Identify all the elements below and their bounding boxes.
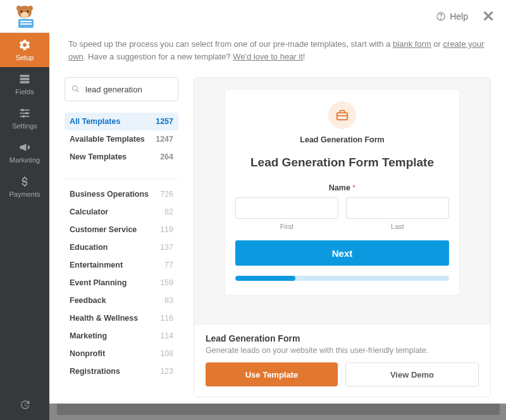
filter-row[interactable]: All Templates1257 [65, 113, 178, 130]
nav-fields[interactable]: Fields [0, 67, 49, 101]
category-count: 83 [164, 296, 173, 305]
help-link[interactable]: Help [436, 11, 468, 22]
nav-setup[interactable]: Setup [0, 33, 49, 67]
category-count: 77 [164, 261, 173, 269]
svg-rect-8 [20, 23, 32, 25]
category-row[interactable]: Calculator82 [65, 203, 178, 221]
preview-title: Lead Generation Form Template [235, 156, 449, 170]
filter-count: 1257 [156, 117, 173, 126]
nav-label: Fields [15, 88, 34, 96]
nav-payments[interactable]: Payments [0, 170, 49, 204]
category-label: Event Planning [70, 278, 126, 287]
preview-canvas: Lead Generation Form Lead Generation For… [194, 78, 490, 324]
svg-rect-9 [20, 75, 30, 77]
progress-fill [235, 276, 295, 281]
nav-label: Marketing [9, 156, 40, 164]
svg-rect-11 [20, 81, 30, 83]
svg-point-2 [28, 6, 33, 11]
action-bar: Lead Generation Form Generate leads on y… [194, 324, 490, 397]
category-row[interactable]: Customer Service119 [65, 221, 178, 238]
category-row[interactable]: Feedback83 [65, 292, 178, 309]
close-button[interactable]: ✕ [482, 9, 495, 24]
action-title: Lead Generation Form [206, 333, 479, 343]
category-label: Education [70, 243, 108, 252]
filter-label: New Templates [70, 152, 126, 161]
category-list: Business Operations726Calculator82Custom… [65, 185, 178, 380]
svg-point-4 [20, 10, 22, 12]
search-wrapper [65, 77, 178, 101]
view-demo-button[interactable]: View Demo [345, 362, 479, 386]
category-row[interactable]: Entertainment77 [65, 256, 178, 274]
category-row[interactable]: Marketing114 [65, 327, 178, 345]
nav-marketing[interactable]: Marketing [0, 135, 49, 170]
category-count: 114 [160, 331, 173, 340]
preview-subtitle: Lead Generation Form [235, 135, 449, 144]
filter-label: Available Templates [70, 135, 145, 144]
category-row[interactable]: Nonprofit108 [65, 345, 178, 362]
divider [65, 178, 178, 179]
svg-point-15 [25, 112, 28, 114]
gear-icon [18, 39, 31, 51]
category-count: 119 [160, 225, 173, 234]
app-logo [0, 0, 49, 33]
megaphone-icon [18, 141, 31, 154]
template-sidebar: All Templates1257Available Templates1247… [65, 77, 178, 397]
last-name-sublabel: Last [346, 223, 449, 230]
search-icon [71, 84, 80, 96]
svg-point-1 [16, 6, 22, 11]
category-label: Calculator [70, 207, 108, 216]
nav-label: Setup [16, 54, 34, 61]
next-button[interactable]: Next [235, 240, 449, 266]
preview-card: Lead Generation Form Lead Generation For… [225, 89, 460, 295]
filter-row[interactable]: New Templates264 [65, 148, 178, 166]
nav-label: Settings [12, 122, 37, 130]
svg-point-19 [441, 18, 441, 18]
dollar-icon [18, 175, 31, 188]
category-row[interactable]: Education137 [65, 238, 178, 256]
nav-history[interactable] [0, 390, 49, 420]
category-label: Health & Wellness [70, 314, 138, 323]
svg-point-3 [21, 12, 28, 18]
category-row[interactable]: Event Planning159 [65, 274, 178, 292]
history-icon [19, 399, 30, 411]
help-icon [436, 11, 446, 22]
svg-rect-10 [20, 78, 30, 80]
first-name-sublabel: First [235, 223, 338, 230]
svg-point-13 [22, 109, 24, 111]
progress-bar [235, 276, 449, 281]
category-row[interactable]: Health & Wellness116 [65, 309, 178, 327]
filter-row[interactable]: Available Templates1247 [65, 130, 178, 148]
topbar: Help ✕ [49, 0, 506, 33]
svg-rect-7 [20, 21, 32, 22]
last-name-input[interactable] [346, 197, 449, 219]
category-label: Registrations [70, 367, 120, 376]
svg-point-5 [27, 10, 28, 12]
search-input[interactable] [65, 77, 178, 101]
category-label: Marketing [70, 331, 107, 340]
category-count: 726 [160, 190, 173, 199]
category-count: 123 [160, 367, 173, 376]
category-label: Customer Service [70, 225, 137, 234]
category-count: 137 [160, 243, 173, 252]
nav-settings[interactable]: Settings [0, 101, 49, 135]
category-row[interactable]: Business Operations726 [65, 185, 178, 203]
first-name-input[interactable] [235, 197, 338, 219]
briefcase-icon [328, 101, 356, 129]
use-template-button[interactable]: Use Template [206, 362, 338, 386]
category-count: 82 [164, 207, 173, 216]
category-label: Feedback [70, 296, 106, 305]
name-row: First Last [235, 197, 449, 230]
sidebar: Setup Fields Settings Marketing Payments [0, 0, 49, 420]
filter-label: All Templates [70, 117, 120, 126]
feedback-link[interactable]: We'd love to hear it [233, 52, 303, 61]
category-label: Nonprofit [70, 349, 105, 358]
name-field-label: Name * [235, 183, 449, 192]
action-desc: Generate leads on your website with this… [206, 346, 479, 355]
wpforms-logo-icon [9, 4, 40, 29]
category-row[interactable]: Registrations123 [65, 362, 178, 380]
category-count: 108 [160, 349, 173, 358]
sliders-icon [18, 107, 31, 120]
nav-label: Payments [9, 190, 40, 198]
blank-form-link[interactable]: blank form [393, 39, 431, 49]
template-modal: Help ✕ To speed up the process you can s… [49, 0, 506, 404]
